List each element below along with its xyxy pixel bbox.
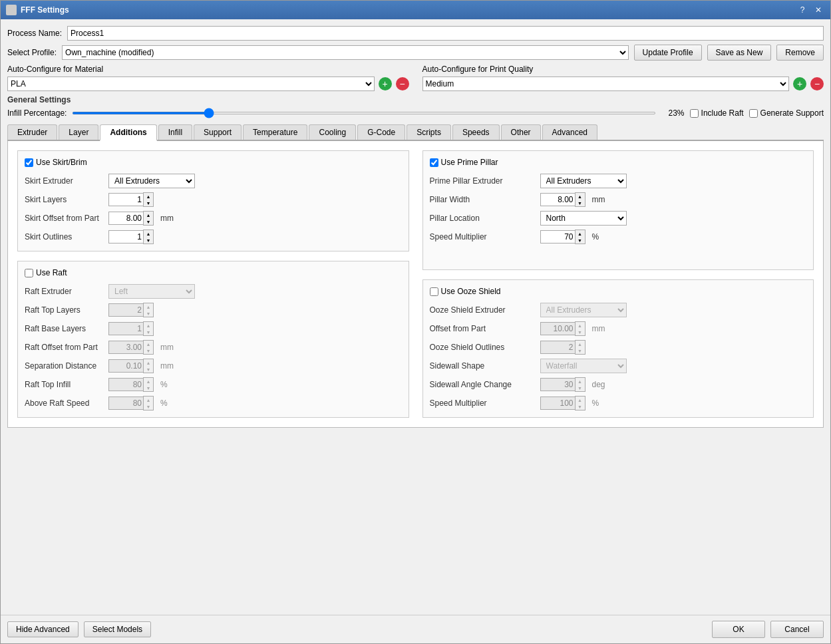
ooze-shield-checkbox-label[interactable]: Use Ooze Shield (430, 287, 501, 296)
generate-support-label[interactable]: Generate Support (749, 108, 824, 118)
pillar-width-spinbox: ▲ ▼ (540, 192, 585, 207)
tab-extruder[interactable]: Extruder (7, 124, 57, 140)
tab-other[interactable]: Other (501, 124, 541, 140)
remove-quality-button[interactable]: − (810, 77, 824, 90)
above-raft-speed-input (108, 397, 143, 410)
skirt-extruder-select[interactable]: All Extruders (108, 174, 195, 188)
ok-button[interactable]: OK (712, 621, 765, 638)
pillar-width-up[interactable]: ▲ (576, 193, 585, 200)
ooze-shield-outlines-row: Ooze Shield Outlines ▲ ▼ (430, 340, 807, 355)
prime-pillar-checkbox[interactable] (430, 158, 438, 167)
tab-cooling[interactable]: Cooling (309, 124, 356, 140)
cancel-button[interactable]: Cancel (770, 621, 824, 638)
skirt-outlines-up[interactable]: ▲ (144, 230, 153, 237)
pillar-location-select[interactable]: North South East West (540, 211, 627, 226)
raft-top-infill-row: Raft Top Infill ▲ ▼ % (25, 377, 402, 392)
app-icon (6, 5, 17, 15)
separation-distance-spinbox: ▲ ▼ (108, 359, 154, 373)
close-button[interactable]: ✕ (812, 4, 825, 16)
raft-offset-down: ▼ (144, 347, 153, 354)
raft-offset-label: Raft Offset from Part (25, 343, 104, 352)
tab-support[interactable]: Support (194, 124, 242, 140)
tab-scripts[interactable]: Scripts (407, 124, 451, 140)
ooze-shield-outlines-spinbox: ▲ ▼ (540, 340, 585, 355)
sidewall-angle-up: ▲ (576, 378, 585, 385)
ooze-shield-offset-unit: mm (592, 324, 605, 333)
ooze-shield-speed-spinbox-btns: ▲ ▼ (575, 396, 585, 410)
ooze-shield-offset-up: ▲ (576, 322, 585, 329)
prime-pillar-speed-spinbox-btns: ▲ ▼ (575, 230, 585, 244)
above-raft-speed-unit: % (160, 399, 168, 408)
ooze-shield-outlines-up: ▲ (576, 341, 585, 347)
raft-top-infill-unit: % (160, 380, 168, 389)
skirt-offset-up[interactable]: ▲ (144, 212, 153, 218)
prime-pillar-extruder-dropdown: All Extruders (540, 174, 627, 188)
add-material-button[interactable]: + (379, 77, 392, 90)
remove-material-button[interactable]: − (396, 77, 409, 90)
tab-layer[interactable]: Layer (59, 124, 98, 140)
skirt-offset-label: Skirt Offset from Part (25, 214, 104, 223)
sidewall-angle-spinbox-btns: ▲ ▼ (575, 377, 585, 392)
raft-top-infill-label: Raft Top Infill (25, 380, 104, 389)
skirt-offset-down[interactable]: ▼ (144, 218, 153, 225)
include-raft-checkbox[interactable] (690, 109, 699, 118)
prime-pillar-speed-down[interactable]: ▼ (576, 237, 585, 243)
tab-additions[interactable]: Additions (100, 124, 156, 141)
prime-pillar-extruder-select[interactable]: All Extruders (540, 174, 627, 188)
help-button[interactable]: ? (796, 4, 809, 16)
skirt-brim-checkbox[interactable] (25, 158, 33, 167)
above-raft-speed-spinbox-btns: ▲ ▼ (143, 396, 154, 410)
pillar-width-down[interactable]: ▼ (576, 200, 585, 206)
skirt-brim-checkbox-label[interactable]: Use Skirt/Brim (25, 158, 87, 167)
add-quality-button[interactable]: + (793, 77, 806, 90)
above-raft-speed-row: Above Raft Speed ▲ ▼ % (25, 396, 402, 410)
title-bar: FFF Settings ? ✕ (1, 1, 830, 19)
general-settings-label: General Settings (7, 95, 824, 104)
skirt-brim-panel: Use Skirt/Brim Skirt Extruder All Extrud… (17, 150, 409, 251)
skirt-brim-header: Use Skirt/Brim (25, 158, 402, 167)
save-as-new-button[interactable]: Save as New (707, 45, 772, 61)
hide-advanced-button[interactable]: Hide Advanced (7, 621, 79, 637)
raft-checkbox-label[interactable]: Use Raft (25, 268, 67, 277)
remove-button[interactable]: Remove (776, 45, 824, 61)
tab-infill[interactable]: Infill (158, 124, 192, 140)
prime-pillar-header: Use Prime Pillar (430, 158, 807, 167)
skirt-layers-input[interactable] (108, 193, 143, 206)
skirt-layers-row: Skirt Layers ▲ ▼ (25, 192, 402, 207)
infill-slider[interactable] (72, 112, 655, 114)
auto-material-select[interactable]: PLA (7, 77, 375, 91)
ooze-shield-extruder-row: Ooze Shield Extruder All Extruders (430, 303, 807, 317)
skirt-layers-down[interactable]: ▼ (144, 200, 153, 206)
skirt-outlines-input[interactable] (108, 230, 143, 243)
tab-advanced[interactable]: Advanced (542, 124, 597, 140)
tab-gcode[interactable]: G-Code (357, 124, 405, 140)
tab-temperature[interactable]: Temperature (243, 124, 307, 140)
select-models-button[interactable]: Select Models (84, 621, 151, 637)
raft-checkbox[interactable] (25, 269, 33, 277)
ooze-shield-outlines-input (540, 341, 575, 354)
raft-base-layers-up: ▲ (144, 322, 153, 329)
raft-top-layers-row: Raft Top Layers ▲ ▼ (25, 303, 402, 317)
skirt-outlines-down[interactable]: ▼ (144, 237, 153, 243)
pillar-width-input[interactable] (540, 193, 575, 206)
generate-support-checkbox[interactable] (749, 109, 758, 118)
process-name-input[interactable] (67, 26, 824, 41)
raft-top-infill-input (108, 378, 143, 391)
prime-pillar-speed-label: Speed Multiplier (430, 232, 536, 242)
sidewall-shape-label: Sidewall Shape (430, 361, 536, 371)
infill-slider-container (72, 112, 655, 114)
tab-speeds[interactable]: Speeds (452, 124, 500, 140)
auto-quality-select[interactable]: Medium (422, 77, 790, 91)
include-raft-label[interactable]: Include Raft (690, 108, 744, 118)
skirt-offset-input[interactable] (108, 212, 143, 225)
sidewall-shape-dropdown: Waterfall (540, 359, 627, 373)
update-profile-button[interactable]: Update Profile (634, 45, 702, 61)
above-raft-speed-label: Above Raft Speed (25, 399, 104, 408)
ooze-shield-extruder-select: All Extruders (540, 303, 627, 317)
ooze-shield-checkbox[interactable] (430, 287, 438, 296)
prime-pillar-checkbox-label[interactable]: Use Prime Pillar (430, 158, 498, 167)
skirt-layers-up[interactable]: ▲ (144, 193, 153, 200)
prime-pillar-speed-input[interactable] (540, 230, 575, 243)
profile-select[interactable]: Own_machine (modified) (62, 45, 629, 60)
prime-pillar-speed-up[interactable]: ▲ (576, 230, 585, 237)
